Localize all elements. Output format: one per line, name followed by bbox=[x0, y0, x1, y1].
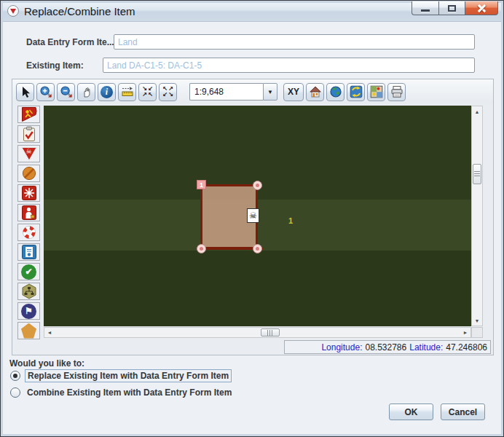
vertical-scroll-thumb[interactable] bbox=[473, 164, 481, 184]
slashed-ball-icon bbox=[21, 165, 37, 181]
data-entry-form-item-field[interactable]: Land bbox=[114, 34, 475, 50]
assistance-layer-button[interactable] bbox=[17, 224, 40, 241]
edge-vertex-label: 1 bbox=[288, 216, 293, 225]
arrow-in-br: ↖ bbox=[148, 92, 154, 98]
green-check-icon: ✔ bbox=[21, 264, 36, 280]
maximize-icon bbox=[448, 5, 456, 12]
organisation-layer-button[interactable] bbox=[17, 283, 40, 300]
accident-layer-button[interactable] bbox=[17, 106, 40, 123]
info-glyph: i bbox=[106, 87, 108, 98]
hazard-skull-glyph: ☠ bbox=[249, 210, 257, 221]
xy-coordinates-button[interactable]: XY bbox=[283, 83, 304, 101]
print-button[interactable] bbox=[387, 83, 406, 101]
completed-layer-button[interactable]: ✔ bbox=[17, 263, 40, 280]
longitude-label: Longitude: bbox=[321, 342, 362, 353]
home-icon bbox=[309, 85, 322, 98]
scroll-down-button[interactable]: ▼ bbox=[472, 315, 482, 326]
info-tool-button[interactable]: i bbox=[98, 83, 116, 101]
zoom-to-selection-button[interactable]: ↘↙↗↖ bbox=[138, 83, 157, 101]
scroll-left-button[interactable]: ◄ bbox=[44, 328, 55, 337]
measure-ruler-icon bbox=[121, 85, 134, 98]
ok-button[interactable]: OK bbox=[389, 403, 433, 420]
explosion-layer-button[interactable] bbox=[17, 184, 40, 202]
map-viewport[interactable]: 1 ☠ 1 bbox=[44, 106, 471, 326]
zoom-out-button[interactable] bbox=[57, 83, 75, 101]
combine-option-row: Combine Existing Item with Data Entry Fo… bbox=[10, 386, 234, 399]
polygon-vertex-handle-br[interactable] bbox=[253, 244, 262, 253]
horizontal-scroll-thumb[interactable] bbox=[261, 328, 280, 336]
task-checklist-layer-button[interactable] bbox=[17, 125, 40, 143]
refresh-map-button[interactable] bbox=[347, 83, 365, 101]
home-view-button[interactable] bbox=[306, 83, 324, 101]
flag-glyph: ⚑ bbox=[25, 306, 33, 316]
polygon-vertex-handle-tr[interactable] bbox=[253, 181, 262, 190]
existing-item-field[interactable]: Land DA-C1-5: DA-C1-5 bbox=[103, 58, 475, 73]
education-layer-button[interactable] bbox=[17, 243, 40, 261]
world-view-button[interactable] bbox=[326, 83, 344, 101]
overview-map-icon bbox=[370, 85, 383, 98]
printer-icon bbox=[390, 85, 403, 98]
pentagon-icon bbox=[21, 323, 36, 339]
globe-icon bbox=[329, 85, 342, 98]
map-panel: i ↘↙↗↖ ↖↗↙↘ 1:9,64 bbox=[12, 79, 494, 355]
polygon-vertex-handle-bl[interactable] bbox=[197, 244, 206, 253]
question-prompt: Would you like to: bbox=[9, 358, 84, 369]
check-glyph: ✔ bbox=[25, 267, 32, 277]
existing-item-value: Land DA-C1-5: DA-C1-5 bbox=[107, 60, 202, 71]
select-tool-button[interactable] bbox=[16, 83, 34, 101]
clipboard-check-icon bbox=[21, 126, 37, 142]
map-vertical-scrollbar[interactable]: ▲ ▼ bbox=[471, 106, 483, 326]
hazard-layer-button[interactable]: ☠ bbox=[17, 145, 40, 162]
pan-tool-button[interactable] bbox=[77, 83, 95, 101]
arrow-in-bl: ↗ bbox=[142, 92, 148, 98]
data-entry-form-item-label: Data Entry Form Ite... bbox=[26, 37, 114, 47]
measure-tool-button[interactable] bbox=[118, 83, 136, 101]
combine-option-label[interactable]: Combine Existing Item with Data Entry Fo… bbox=[25, 387, 234, 398]
zoom-to-extent-button[interactable]: ↖↗↙↘ bbox=[159, 83, 177, 101]
cursor-arrow-icon bbox=[19, 86, 31, 98]
scale-input[interactable]: 1:9,648 bbox=[189, 83, 263, 101]
scroll-right-button[interactable]: ► bbox=[460, 328, 470, 337]
map-terrain-lower bbox=[44, 251, 471, 326]
refresh-map-icon bbox=[350, 85, 363, 98]
dialog-window: Replace/Combine Item Data Entry Form Ite… bbox=[0, 0, 504, 437]
cancel-button[interactable]: Cancel bbox=[441, 403, 485, 420]
scale-dropdown-button[interactable]: ▼ bbox=[263, 83, 277, 101]
location-layer-button[interactable]: ⚑ bbox=[17, 302, 40, 320]
thumb-grip bbox=[267, 330, 273, 336]
overview-map-button[interactable] bbox=[367, 83, 385, 101]
polygon-vertex-handle-1[interactable]: 1 bbox=[197, 180, 206, 189]
hazard-reduction-layer-button[interactable] bbox=[17, 165, 40, 182]
combine-radio-button[interactable] bbox=[10, 387, 20, 398]
scroll-up-button[interactable]: ▲ bbox=[472, 106, 482, 117]
scale-value: 1:9,648 bbox=[194, 87, 224, 97]
flag-circle-icon: ⚑ bbox=[21, 304, 36, 319]
org-chart-hexagon-icon bbox=[21, 283, 37, 299]
victim-layer-button[interactable] bbox=[17, 204, 40, 221]
close-button[interactable] bbox=[465, 1, 498, 15]
thumb-grip bbox=[474, 171, 480, 177]
longitude-value: 08.532786 bbox=[365, 342, 406, 353]
person-icon bbox=[21, 205, 37, 221]
replace-option-label[interactable]: Replace Existing Item with Data Entry Fo… bbox=[25, 369, 232, 382]
zoom-out-icon bbox=[60, 85, 73, 98]
arrows-outward-icon: ↖↗↙↘ bbox=[162, 86, 174, 98]
replace-radio-button[interactable] bbox=[10, 371, 20, 381]
scrollbar-corner bbox=[471, 327, 483, 338]
hazard-point-icon[interactable]: ☠ bbox=[247, 208, 259, 223]
arrow-out-bl: ↙ bbox=[162, 92, 168, 98]
legend-icon-bar: ☠ bbox=[15, 106, 43, 339]
land-layer-button[interactable] bbox=[17, 322, 40, 339]
chevron-down-icon: ▼ bbox=[267, 89, 273, 95]
map-horizontal-scrollbar[interactable]: ◄ ► bbox=[44, 327, 471, 338]
explosion-star-icon bbox=[21, 185, 37, 201]
minimize-icon bbox=[421, 9, 430, 12]
scroll-up-icon: ▲ bbox=[475, 109, 480, 114]
maximize-button[interactable] bbox=[438, 1, 465, 15]
latitude-value: 47.246806 bbox=[446, 342, 487, 353]
minimize-button[interactable] bbox=[412, 1, 438, 15]
arrows-inward-icon: ↘↙↗↖ bbox=[142, 86, 154, 98]
coordinate-readout: Longitude: 08.532786 Latitude: 47.246806 bbox=[284, 340, 491, 354]
zoom-in-button[interactable] bbox=[36, 83, 55, 101]
window-title: Replace/Combine Item bbox=[24, 5, 135, 17]
